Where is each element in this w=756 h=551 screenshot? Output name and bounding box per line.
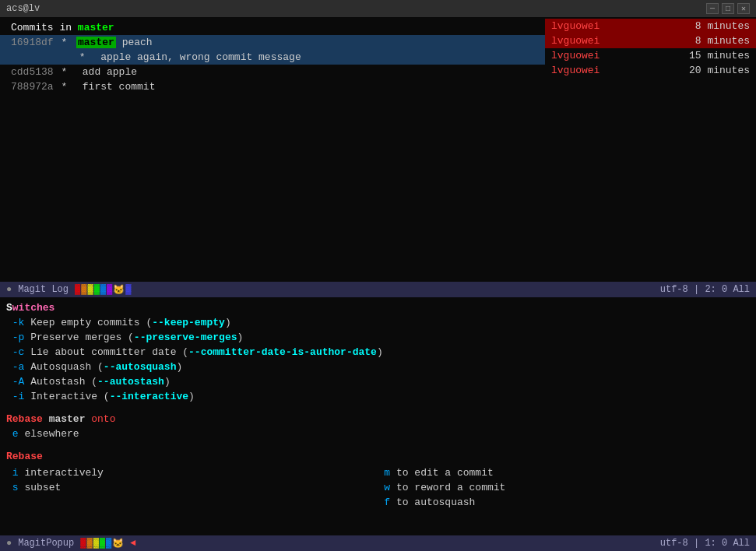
author-time: 15 minutes xyxy=(689,50,750,61)
author-row: lvguowei 8 minutes xyxy=(545,33,756,48)
status-bar-top: ● Magit Log ▓ ▓ ▓ ▓ ▓ ▓ 🐱 ▓ utf-8 | 2: 0… xyxy=(0,282,756,297)
author-row: lvguowei 20 minutes xyxy=(545,63,756,78)
author-name: lvguowei xyxy=(551,65,600,76)
state-bottom: All xyxy=(733,538,750,549)
commits-header: Commits in master xyxy=(0,20,545,35)
author-name: lvguowei xyxy=(551,35,600,47)
commit-branch-tag: master xyxy=(76,37,116,48)
rebase-section: Rebase i interactively s subset m to edi… xyxy=(0,444,756,514)
rebase-action-row[interactable]: w to reword a commit xyxy=(378,480,751,495)
commit-graph: * xyxy=(55,81,73,93)
commit-message: peach xyxy=(116,37,153,48)
status-dot-bottom: ● xyxy=(6,538,12,549)
rebase-col-1: i interactively s subset xyxy=(6,465,378,510)
branch-name: master xyxy=(78,22,114,33)
status-mode: Magit Log xyxy=(18,284,69,295)
commit-graph: * xyxy=(61,51,91,63)
status-dot: ● xyxy=(6,284,12,295)
switch-row[interactable]: -c Lie about committer date (--committer… xyxy=(0,345,756,360)
bottom-pane: Switches -k Keep empty commits (--keep-e… xyxy=(0,297,756,551)
commit-graph: * xyxy=(55,66,73,78)
nyan-cat-bottom: ▓ ▓ ▓ ▓ ▓ 🐱 xyxy=(80,538,124,549)
title-bar: acs@lv ─ □ ✕ xyxy=(0,0,756,17)
commit-row[interactable]: 16918df * master peach xyxy=(0,35,545,50)
rebase-action-row[interactable]: f to autosquash xyxy=(378,495,751,510)
rebase-action-row[interactable]: s subset xyxy=(6,480,378,495)
encoding-bottom: utf-8 xyxy=(660,538,688,549)
author-row: lvguowei 8 minutes xyxy=(545,19,756,33)
author-name: lvguowei xyxy=(551,20,600,32)
commit-graph: * xyxy=(55,37,73,48)
rebase-action-row[interactable]: i interactively xyxy=(6,465,378,480)
position: 2: 0 xyxy=(705,284,727,295)
rebase-header: Rebase xyxy=(0,447,756,464)
commit-message: first commit xyxy=(76,81,155,93)
switches-header: Switches xyxy=(0,300,756,315)
commit-row[interactable]: 788972a * first commit xyxy=(0,79,545,94)
commit-message: apple again, wrong commit message xyxy=(94,51,301,63)
encoding: utf-8 xyxy=(660,284,688,295)
rebase-action-row[interactable]: m to edit a commit xyxy=(378,465,751,480)
state: All xyxy=(733,284,750,295)
switch-row[interactable]: -a Autosquash (--autosquash) xyxy=(0,360,756,374)
switch-row[interactable]: -p Preserve merges (--preserve-merges) xyxy=(0,330,756,345)
nyan-cat-decoration: ▓ ▓ ▓ ▓ ▓ ▓ 🐱 ▓ xyxy=(75,284,131,296)
switch-row[interactable]: -A Autostash (--autostash) xyxy=(0,374,756,389)
minimize-button[interactable]: ─ xyxy=(706,3,719,14)
window-title: acs@lv xyxy=(6,3,40,14)
author-time: 8 minutes xyxy=(695,20,750,32)
commit-hash: 16918df xyxy=(11,37,54,48)
commit-hash: 788972a xyxy=(11,81,54,93)
authors-panel: lvguowei 8 minutes lvguowei 8 minutes lv… xyxy=(545,17,756,282)
rebase-onto-section: Rebase master onto e elsewhere xyxy=(0,407,756,444)
rebase-onto-header: Rebase master onto xyxy=(0,410,756,426)
author-time: 8 minutes xyxy=(695,35,750,47)
switch-row[interactable]: -i Interactive (--interactive) xyxy=(0,389,756,404)
author-time: 20 minutes xyxy=(689,65,750,76)
commit-message: add apple xyxy=(76,66,137,78)
position-bottom: 1: 0 xyxy=(705,538,727,549)
maximize-button[interactable]: □ xyxy=(722,3,734,14)
commit-hash: cdd5138 xyxy=(11,66,54,78)
commit-row[interactable]: * apple again, wrong commit message xyxy=(0,50,545,65)
switch-row[interactable]: -k Keep empty commits (--keep-empty) xyxy=(0,315,756,330)
top-pane: Commits in master 16918df * master peach… xyxy=(0,17,756,282)
commit-row[interactable]: cdd5138 * add apple xyxy=(0,65,545,79)
status-bar-bottom: ● MagitPopup ▓ ▓ ▓ ▓ ▓ 🐱 ◄ utf-8 | 1: 0 … xyxy=(0,535,756,551)
author-name: lvguowei xyxy=(551,50,600,61)
commits-panel: Commits in master 16918df * master peach… xyxy=(0,17,545,282)
commits-header-text: Commits in xyxy=(11,22,78,33)
status-bar-bottom-right: utf-8 | 1: 0 All xyxy=(660,538,750,549)
arrow-indicator: ◄ xyxy=(130,538,135,549)
close-button[interactable]: ✕ xyxy=(737,3,750,14)
status-mode-bottom: MagitPopup xyxy=(18,538,74,549)
status-bar-left: ● Magit Log ▓ ▓ ▓ ▓ ▓ ▓ 🐱 ▓ xyxy=(6,284,131,296)
commit-hash xyxy=(11,51,59,63)
rebase-actions: i interactively s subset m to edit a com… xyxy=(0,464,756,511)
rebase-onto-row[interactable]: e elsewhere xyxy=(0,426,756,441)
rebase-col-2: m to edit a commit w to reword a commit … xyxy=(378,465,751,510)
status-bar-right: utf-8 | 2: 0 All xyxy=(660,284,750,295)
status-bar-bottom-left: ● MagitPopup ▓ ▓ ▓ ▓ ▓ 🐱 ◄ xyxy=(6,538,135,549)
author-row: lvguowei 15 minutes xyxy=(545,48,756,63)
window-controls[interactable]: ─ □ ✕ xyxy=(706,3,750,14)
switches-section: Switches -k Keep empty commits (--keep-e… xyxy=(0,297,756,407)
